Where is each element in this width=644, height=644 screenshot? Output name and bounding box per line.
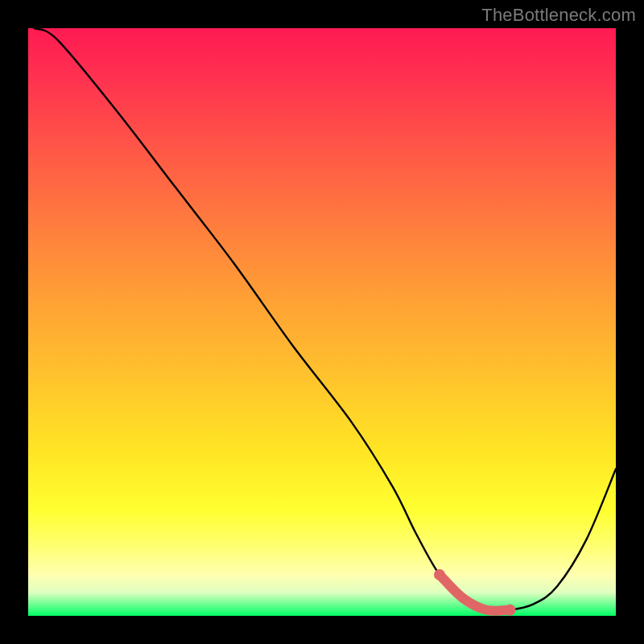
bottleneck-highlight-segment: [440, 575, 510, 611]
watermark-text: TheBottleneck.com: [481, 5, 636, 26]
bottleneck-curve-line: [34, 28, 616, 611]
svg-point-0: [434, 569, 445, 580]
svg-point-1: [505, 605, 516, 616]
chart-plot-area: [28, 28, 616, 616]
chart-svg: [28, 28, 616, 616]
